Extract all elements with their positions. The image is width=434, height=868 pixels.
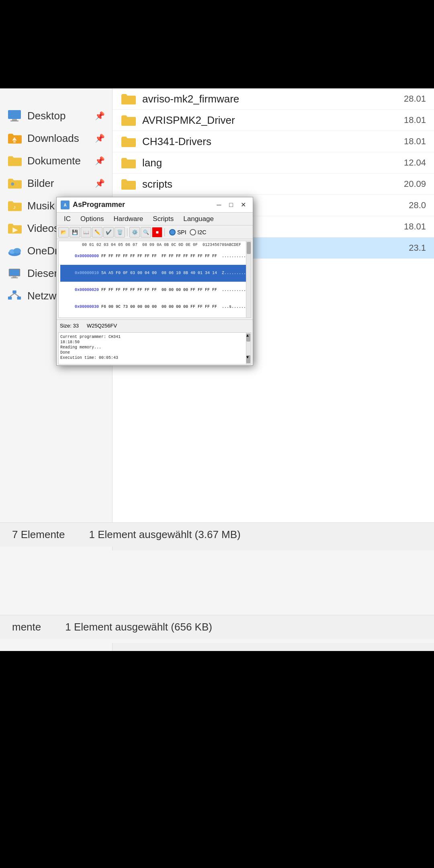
- toolbar-detect-btn[interactable]: 🔍: [141, 227, 151, 237]
- dialog-title: AsProgrammer: [73, 201, 213, 209]
- status-bar-2: mente 1 Element ausgewählt (656 KB): [0, 615, 434, 639]
- svg-rect-17: [17, 297, 21, 300]
- file-date: 18.01: [394, 136, 426, 147]
- file-name: AVRISPMK2_Driver: [142, 114, 394, 127]
- radio-spi-label: SPI: [177, 229, 186, 235]
- sidebar-label-desktop: Desktop: [27, 110, 66, 122]
- dialog-titlebar: A AsProgrammer ─ □ ✕: [57, 197, 253, 213]
- file-date: 23.1: [394, 243, 426, 253]
- desktop-icon: [7, 108, 22, 123]
- asprogrammer-dialog: A AsProgrammer ─ □ ✕ IC Options Hardware…: [56, 197, 253, 366]
- minimize-button[interactable]: ─: [213, 199, 225, 211]
- folder-icon: [121, 156, 136, 169]
- close-button[interactable]: ✕: [237, 199, 249, 211]
- hex-header: 00 01 02 03 04 05 06 07 08 09 0A 0B 0C 0…: [60, 243, 249, 247]
- sidebar-label-pictures: Bilder: [27, 177, 54, 190]
- svg-text:♪: ♪: [13, 204, 16, 210]
- status-selection-2: 1 Element ausgewählt (656 KB): [65, 621, 212, 633]
- dialog-info-bar: Size: 33 W25Q256FV: [57, 319, 253, 332]
- sidebar-label-documents: Dokumente: [27, 155, 81, 167]
- hex-row-1: 0x00000010 5A A5 F0 0F 03 00 04 00 08 06…: [60, 265, 249, 282]
- log-line-0: Current programmer: CH341: [60, 334, 249, 340]
- videos-folder-icon: [7, 221, 22, 235]
- file-row-scripts[interactable]: scripts 20.09: [113, 174, 434, 195]
- file-row-ch341[interactable]: CH341-Drivers 18.01: [113, 131, 434, 152]
- pin-icon-pictures: 📌: [95, 178, 105, 188]
- menu-item-ic[interactable]: IC: [59, 213, 76, 225]
- file-name: scripts: [142, 178, 394, 190]
- svg-rect-16: [8, 297, 12, 300]
- sidebar-label-downloads: Downloads: [27, 132, 79, 145]
- thispc-icon: [7, 266, 22, 280]
- toolbar-i2c-radio[interactable]: I2C: [190, 229, 207, 235]
- hex-row-3: 0x00000030 F6 00 9C 73 00 00 00 00 00 00…: [60, 299, 249, 315]
- svg-rect-12: [10, 270, 20, 276]
- folder-icon: [121, 114, 136, 127]
- svg-rect-13: [12, 276, 16, 278]
- sidebar-item-pictures[interactable]: Bilder 📌: [0, 172, 112, 194]
- menu-item-language[interactable]: Language: [178, 213, 219, 225]
- radio-i2c[interactable]: [190, 229, 196, 235]
- hex-scrollbar[interactable]: [246, 241, 251, 317]
- svg-line-19: [14, 293, 19, 297]
- log-line-4: Execution time: 00:05:43: [60, 355, 249, 360]
- radio-spi[interactable]: [169, 229, 176, 235]
- sidebar-item-downloads[interactable]: Downloads 📌: [0, 127, 112, 149]
- toolbar-read-btn[interactable]: 📖: [81, 227, 91, 237]
- svg-rect-14: [11, 277, 18, 278]
- dialog-log: Current programmer: CH341 18:18:50 Readi…: [58, 332, 251, 364]
- pin-icon-desktop: 📌: [95, 111, 105, 121]
- file-row-avrispmk2[interactable]: AVRISPMK2_Driver 18.01: [113, 110, 434, 131]
- radio-i2c-label: I2C: [198, 229, 207, 235]
- pin-icon-downloads: 📌: [95, 133, 105, 143]
- hex-row-2: 0x00000020 FF FF FF FF FF FF FF FF 00 00…: [60, 282, 249, 299]
- menu-item-hardware[interactable]: Hardware: [109, 213, 148, 225]
- file-name: CH341-Drivers: [142, 135, 394, 148]
- documents-folder-icon: [7, 154, 22, 168]
- pictures-folder-icon: [7, 176, 22, 190]
- log-line-1: 18:18:50: [60, 340, 249, 345]
- menu-item-options[interactable]: Options: [76, 213, 109, 225]
- sidebar-label-music: Musik: [27, 200, 55, 212]
- toolbar-write-btn[interactable]: ✏️: [92, 227, 102, 237]
- toolbar-stop-btn[interactable]: ■: [152, 227, 162, 237]
- hex-editor[interactable]: 00 01 02 03 04 05 06 07 08 09 0A 0B 0C 0…: [58, 241, 251, 318]
- toolbar-spi-radio[interactable]: SPI: [169, 229, 186, 235]
- toolbar-config-btn[interactable]: ⚙️: [129, 227, 140, 237]
- svg-rect-4: [13, 141, 16, 143]
- dialog-menubar: IC Options Hardware Scripts Language: [57, 213, 253, 225]
- file-name: lang: [142, 157, 394, 169]
- file-date: 20.09: [394, 179, 426, 189]
- svg-text:A: A: [63, 203, 66, 207]
- svg-line-18: [10, 293, 14, 297]
- log-scroll-up[interactable]: ▲: [246, 334, 250, 342]
- black-top-overlay: [0, 0, 434, 88]
- toolbar-save-btn[interactable]: 💾: [70, 227, 80, 237]
- toolbar-separator-1: [127, 228, 127, 236]
- log-line-2: Reading memory...: [60, 345, 249, 350]
- file-row-avrisp-fw[interactable]: avriso-mk2_firmware 28.01: [113, 88, 434, 110]
- svg-point-10: [13, 248, 21, 253]
- svg-rect-0: [8, 110, 21, 119]
- sidebar-item-desktop[interactable]: Desktop 📌: [0, 104, 112, 127]
- black-bottom-overlay: [0, 651, 434, 868]
- file-row-lang[interactable]: lang 12.04: [113, 152, 434, 174]
- toolbar-erase-btn[interactable]: 🗑️: [115, 227, 125, 237]
- svg-rect-2: [10, 121, 18, 121]
- status-elements-1: 7 Elemente: [12, 528, 65, 541]
- toolbar-separator-2: [164, 228, 165, 236]
- file-date: 18.01: [394, 115, 426, 125]
- status-bar-1: 7 Elemente 1 Element ausgewählt (3.67 MB…: [0, 522, 434, 547]
- sidebar-item-documents[interactable]: Dokumente 📌: [0, 149, 112, 172]
- toolbar-open-btn[interactable]: 📂: [58, 227, 69, 237]
- restore-button[interactable]: □: [225, 199, 237, 211]
- log-scroll-down[interactable]: ▼: [246, 355, 250, 363]
- hex-scroll-thumb[interactable]: [247, 242, 251, 254]
- svg-point-5: [11, 182, 14, 186]
- log-scrollbar[interactable]: ▲ ▼: [246, 333, 251, 364]
- toolbar-verify-btn[interactable]: ✔️: [103, 227, 114, 237]
- menu-item-scripts[interactable]: Scripts: [148, 213, 178, 225]
- downloads-folder-icon: [7, 131, 22, 145]
- file-date: 12.04: [394, 158, 426, 168]
- dialog-toolbar: 📂 💾 📖 ✏️ ✔️ 🗑️ ⚙️ 🔍 ■ SPI I2C: [57, 225, 253, 239]
